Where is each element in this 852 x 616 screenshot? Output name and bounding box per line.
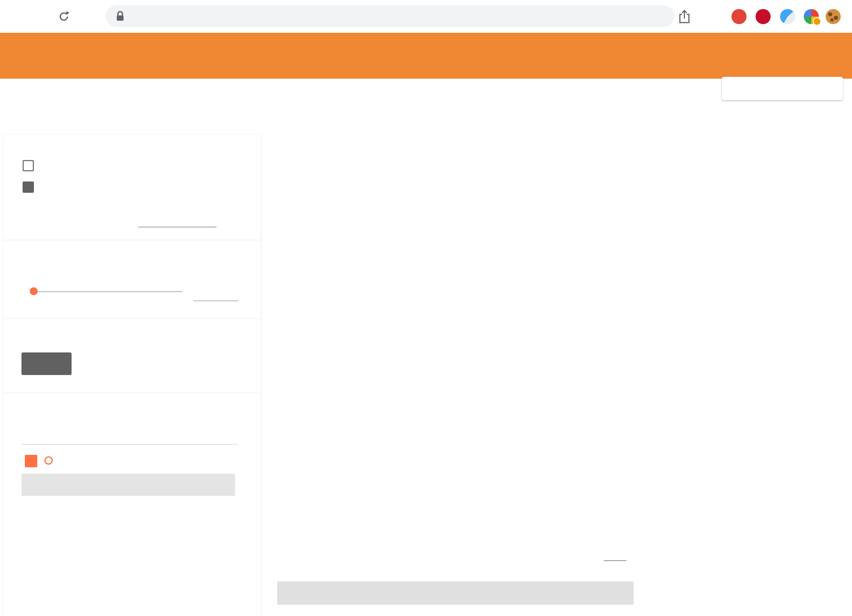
red-ball-extension-icon[interactable] (731, 9, 747, 24)
toggle-all-runs-button[interactable] (21, 474, 235, 496)
send-feedback-button[interactable] (722, 77, 843, 100)
extension-badge (813, 17, 821, 26)
page-number-input[interactable] (604, 545, 626, 561)
smoothing-slider-thumb[interactable] (30, 287, 38, 295)
forward-icon[interactable] (32, 0, 49, 33)
address-bar[interactable] (106, 5, 674, 27)
next-page-button[interactable] (641, 581, 652, 605)
runs-filter-input[interactable] (21, 425, 238, 445)
divider (3, 319, 261, 319)
smoothing-value-input[interactable] (193, 284, 238, 301)
share-icon[interactable] (676, 0, 693, 33)
pagination (597, 545, 635, 561)
settings-sidebar (3, 134, 261, 616)
axis-relative-button[interactable] (78, 352, 134, 375)
reload-icon[interactable] (56, 0, 72, 33)
cookie-extension-icon[interactable] (826, 9, 841, 24)
axis-wall-button[interactable] (142, 352, 191, 375)
axis-step-button[interactable] (21, 352, 72, 375)
smoothing-slider[interactable] (31, 291, 182, 292)
run-checkbox[interactable] (25, 455, 37, 467)
tensorboard-page (0, 0, 852, 616)
divider (3, 393, 261, 393)
lock-icon (116, 11, 125, 22)
bookmark-star-icon[interactable] (700, 0, 717, 33)
previous-page-button[interactable] (277, 581, 634, 605)
app-header (0, 33, 852, 79)
divider (3, 240, 261, 240)
run-color-swatch (44, 456, 53, 465)
show-download-checkbox[interactable] (23, 160, 34, 171)
tooltip-sorting-dropdown[interactable] (138, 212, 217, 227)
ignore-outliers-checkbox[interactable] (23, 181, 34, 193)
home-icon[interactable] (80, 0, 96, 33)
abp-extension-icon[interactable] (756, 9, 771, 24)
browser-chrome (0, 0, 852, 33)
blue-extension-icon[interactable] (780, 9, 795, 24)
back-icon[interactable] (8, 0, 25, 33)
